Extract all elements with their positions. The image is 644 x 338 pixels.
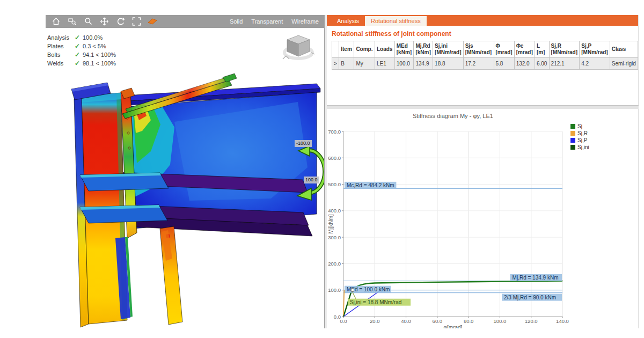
app-window: SolidTransparentWireframe Analysis✓100.0…: [0, 0, 644, 338]
cell: 212.1: [549, 58, 580, 70]
cell: B: [339, 58, 354, 70]
pan-icon[interactable]: [98, 16, 110, 27]
horizontal-splitter[interactable]: [327, 105, 639, 109]
cell: My: [354, 58, 375, 70]
cell: 132.0: [514, 58, 535, 70]
legend-swatch: [570, 145, 575, 150]
render-mode-solid[interactable]: Solid: [230, 18, 243, 25]
column-header: Φ[mrad]: [494, 41, 514, 58]
x-tick-label: 0.0: [340, 318, 347, 324]
legend-label: Sj,ini: [577, 144, 589, 150]
x-tick-label: 60.0: [433, 318, 443, 324]
column-header: Comp.: [354, 41, 375, 58]
x-tick-label: 80.0: [464, 318, 474, 324]
home-icon[interactable]: [50, 16, 62, 27]
render-mode-transparent[interactable]: Transparent: [251, 18, 283, 25]
cell: 4.2: [580, 58, 610, 70]
cell: 134.9: [414, 58, 433, 70]
design-point-marker: [351, 289, 354, 292]
legend-swatch: [570, 124, 575, 129]
x-tick-label: 100.0: [494, 318, 507, 324]
column-header: Φc[mrad]: [514, 41, 535, 58]
legend-item: Sj,R: [570, 130, 589, 137]
column-header: Class: [610, 41, 638, 58]
reference-label: Mj,Rd = 134.9 kNm: [513, 275, 559, 281]
y-axis-label: Mj[kNm]: [328, 214, 334, 234]
column-header: L[m]: [535, 41, 549, 58]
chart-legend: SjSj,RSj,PSj,ini: [570, 123, 589, 151]
annotation-callout: [353, 292, 356, 299]
results-tabbar: Analysis Rotational stiffness: [327, 15, 638, 26]
zoom-window-icon[interactable]: [66, 16, 78, 27]
x-tick-label: 140.0: [556, 318, 569, 324]
column-header: Sj,ini[MNm/rad]: [433, 41, 464, 58]
chart-title: Stiffness diagram My - φy, LE1: [327, 113, 579, 119]
rotate-icon[interactable]: [114, 16, 126, 27]
y-tick-label: 600.0: [328, 155, 341, 161]
column-header: Sj,P[MNm/rad]: [580, 41, 610, 58]
annotation-label: Sj,ini = 18.8 MNm/rad: [350, 299, 401, 305]
cell: 17.2: [463, 58, 494, 70]
table-title: Rotational stiffness of joint component: [332, 30, 638, 38]
cell: 5.8: [494, 58, 514, 70]
reference-label: 2/3 Mj,Rd = 90.0 kNm: [504, 295, 556, 300]
cell: 100.0: [394, 58, 414, 70]
solid-view-icon[interactable]: [147, 16, 158, 27]
y-tick-label: 300.0: [328, 234, 341, 240]
legend-item: Sj: [570, 123, 589, 130]
legend-item: Sj,P: [570, 137, 589, 144]
render-mode-wireframe[interactable]: Wireframe: [291, 18, 319, 25]
cell: LE1: [375, 58, 394, 70]
render-mode-group: SolidTransparentWireframe: [230, 18, 319, 25]
y-tick-label: 100.0: [328, 287, 341, 293]
moment-value-positive: 100.0: [304, 177, 319, 183]
cell: 6.00: [535, 58, 549, 70]
stiffness-chart-panel: 0.0100.0200.0300.0400.0500.0600.0700.00.…: [327, 109, 639, 328]
cell: Semi-rigid: [610, 58, 638, 70]
stiffness-table: ItemComp.LoadsMEd[kNm]Mj,Rd[kNm]Sj,ini[M…: [332, 41, 638, 70]
view-rotation-cube[interactable]: [282, 31, 316, 62]
column-header: Item: [339, 41, 354, 58]
viewport-3d[interactable]: SolidTransparentWireframe Analysis✓100.0…: [46, 15, 324, 328]
y-tick-label: 700.0: [328, 129, 341, 135]
results-panel: Analysis Rotational stiffness Rotational…: [327, 15, 639, 105]
reference-label: Mc,Rd = 484.2 kNm: [347, 182, 394, 188]
y-tick-label: 400.0: [328, 208, 341, 214]
search-icon[interactable]: [82, 16, 94, 27]
column-header: Sjs[MNm/rad]: [463, 41, 494, 58]
legend-label: Sj: [577, 123, 582, 129]
viewport-toolbar: SolidTransparentWireframe: [46, 15, 324, 28]
tab-analysis[interactable]: Analysis: [331, 16, 365, 26]
legend-item: Sj,ini: [570, 144, 589, 151]
fit-view-icon[interactable]: [130, 16, 142, 27]
legend-swatch: [570, 131, 575, 136]
column-header: MEd[kNm]: [394, 41, 414, 58]
moment-value-negative: -100.0: [295, 140, 312, 147]
x-tick-label: 40.0: [401, 318, 411, 324]
column-header: Loads: [375, 41, 394, 58]
column-header: Sj,R[MNm/rad]: [549, 41, 580, 58]
y-tick-label: 500.0: [328, 181, 341, 187]
x-tick-label: 20.0: [370, 318, 380, 324]
x-axis-label: φ[mrad]: [444, 325, 463, 328]
tab-rotational-stiffness[interactable]: Rotational stiffness: [365, 16, 427, 26]
column-header: [332, 41, 339, 58]
cell: 18.8: [433, 58, 464, 70]
y-tick-label: 200.0: [328, 261, 341, 267]
legend-swatch: [570, 138, 575, 143]
row-expander[interactable]: >: [332, 58, 339, 70]
legend-label: Sj,P: [577, 137, 587, 143]
table-row[interactable]: >BMyLE1100.0134.918.817.25.8132.06.00212…: [332, 58, 638, 70]
x-tick-label: 120.0: [525, 318, 538, 324]
fem-joint-model[interactable]: [46, 28, 324, 328]
column-header: Mj,Rd[kNm]: [414, 41, 433, 58]
stiffness-chart: 0.0100.0200.0300.0400.0500.0600.0700.00.…: [327, 109, 639, 328]
legend-label: Sj,R: [577, 130, 588, 136]
